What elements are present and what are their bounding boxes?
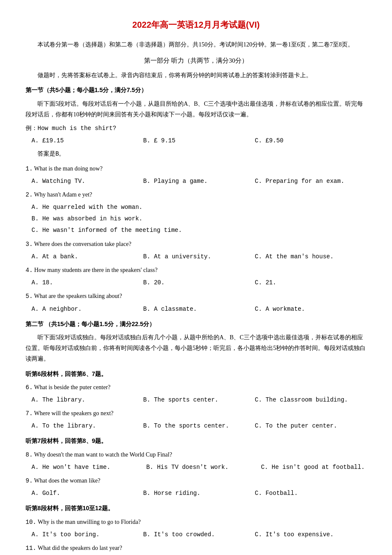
q1-text: 1. What is the man doing now? [26, 163, 366, 174]
question-8: 8. Why doesn't the man want to watch the… [26, 449, 366, 473]
q8-option-a: A. He won't have time. [32, 462, 146, 473]
q2-option-a: A. He quarreled with the woman. [32, 202, 366, 213]
q3-option-b: B. At a university. [143, 251, 255, 262]
q1-number: 1. [26, 165, 33, 172]
q5-option-c: C. A workmate. [255, 304, 366, 315]
q10-number: 10. [26, 519, 36, 526]
q3-content: Where does the conversation take place? [34, 241, 131, 247]
q4-number: 4. [26, 267, 33, 274]
q1-option-b: B. Playing a game. [143, 176, 255, 187]
q8-option-b: B. His TV doesn't work. [146, 462, 261, 473]
section1-title: 第一节（共5小题；每小题1.5分，满分7.5分） [26, 85, 366, 95]
question-4: 4. How many students are there in the sp… [26, 265, 366, 288]
question-2: 2. Why hasn't Adam e yet? A. He quarrele… [26, 189, 366, 236]
example-option-a: A. £19.15 [32, 136, 143, 146]
q3-option-c: C. At the man's house. [255, 251, 366, 262]
q9-option-c: C. Football. [255, 488, 366, 499]
q8-option-c-label: C. He isn't good at football. [261, 462, 365, 473]
question-1: 1. What is the man doing now? A. Watchin… [26, 163, 366, 187]
example-question: 例：How much is the shirt? [26, 123, 366, 134]
seg6-title: 听第6段材料，回答第6、7题。 [26, 369, 366, 379]
question-11: 11. What did the speakers do last year? [26, 543, 366, 554]
q5-options: A. A neighbor. B. A classmate. C. A work… [32, 304, 366, 315]
question-3: 3. Where does the conversation take plac… [26, 239, 366, 262]
q4-option-a: A. 18. [32, 278, 143, 288]
example-answer: 答案是B。 [37, 149, 366, 159]
q9-text: 9. What does the woman like? [26, 475, 366, 486]
example-option-c: C. £9.50 [255, 136, 366, 146]
q6-number: 6. [26, 384, 33, 391]
q2-options: A. He quarreled with the woman. B. He wa… [32, 202, 366, 236]
q1-options: A. Watching TV. B. Playing a game. C. Pr… [32, 176, 366, 187]
q8-number: 8. [26, 451, 33, 458]
part1-title-text: 第一部分 听力（共两节，满分30分） [144, 57, 248, 64]
q7-number: 7. [26, 410, 33, 417]
example-options-row: A. £19.15 B. £ 9.15 C. £9.50 [32, 136, 366, 146]
q9-option-b: B. Horse riding. [143, 488, 255, 499]
q2-number: 2. [26, 191, 33, 198]
q6-option-a: A. The library. [32, 395, 143, 405]
q10-content: Why is the man unwilling to go to Florid… [37, 519, 141, 525]
q1-option-c: C. Preparing for an exam. [255, 176, 366, 187]
question-9: 9. What does the woman like? A. Golf. B.… [26, 475, 366, 499]
q3-text: 3. Where does the conversation take plac… [26, 239, 366, 250]
q4-text: 4. How many students are there in the sp… [26, 265, 366, 276]
q2-text: 2. Why hasn't Adam e yet? [26, 189, 366, 200]
q6-option-c: C. The classroom building. [255, 395, 366, 405]
section2-title: 第二节 （共15小题；每小题1.5分，满分22.5分） [26, 319, 366, 330]
q9-content: What does the woman like? [34, 477, 101, 484]
q8-content: Why doesn't the man want to watch the Wo… [34, 451, 172, 458]
q2-content: Why hasn't Adam e yet? [34, 191, 92, 198]
question-5: 5. What are the speakers talking about? … [26, 291, 366, 314]
part1-notice: 做题时，先将答案标在试卷上。录音内容结束后，你将有两分钟的时间将试卷上的答案转涂… [26, 70, 366, 81]
q1-content: What is the man doing now? [34, 165, 103, 172]
intro-paragraph: 本试卷分第一卷（选择题）和第二卷（非选择题）两部分。共150分。考试时间120分… [26, 39, 366, 50]
question-6: 6. What is beside the puter center? A. T… [26, 382, 366, 405]
q10-option-a: A. It's too boring. [32, 529, 143, 540]
q11-text: 11. What did the speakers do last year? [26, 543, 366, 554]
seg8-title: 听第8段材料，回答第10至12题。 [26, 503, 366, 514]
q6-options: A. The library. B. The sports center. C.… [32, 395, 366, 405]
q9-option-a: A. Golf. [32, 488, 143, 499]
q9-number: 9. [26, 477, 33, 484]
q6-content: What is beside the puter center? [34, 384, 110, 390]
q10-options: A. It's too boring. B. It's too crowded.… [32, 529, 366, 540]
q4-option-b: B. 20. [143, 278, 255, 288]
q8-text: 8. Why doesn't the man want to watch the… [26, 449, 366, 460]
q7-content: Where will the speakers go next? [34, 410, 113, 416]
q5-text: 5. What are the speakers talking about? [26, 291, 366, 302]
seg7-title: 听第7段材料，回答第8、9题。 [26, 436, 366, 446]
q6-option-b: B. The sports center. [143, 395, 255, 405]
question-10: 10. Why is the man unwilling to go to Fl… [26, 517, 366, 540]
q7-option-b: B. To the sports center. [143, 421, 255, 431]
example-option-b: B. £ 9.15 [143, 136, 255, 146]
q5-option-b: B. A classmate. [143, 304, 255, 315]
section1-instruction: 听下面5段对话。每段对话后有一个小题，从题目所给的A、B、C三个选项中选出最佳选… [26, 98, 366, 120]
page-title: 2022年高一英语12月月考试题(VI) [26, 17, 366, 32]
q10-option-b: B. It's too crowded. [143, 529, 255, 540]
q5-option-a: A. A neighbor. [32, 304, 143, 315]
q7-option-a: A. To the library. [32, 421, 143, 431]
q5-content: What are the speakers talking about? [34, 293, 122, 299]
example-block: 例：How much is the shirt? A. £19.15 B. £ … [26, 123, 366, 160]
q4-content: How many students are there in the speak… [34, 267, 157, 273]
q6-text: 6. What is beside the puter center? [26, 382, 366, 393]
q10-text: 10. Why is the man unwilling to go to Fl… [26, 517, 366, 528]
q1-option-a: A. Watching TV. [32, 176, 143, 187]
q8-options: A. He won't have time. B. His TV doesn't… [32, 462, 366, 473]
q3-options: A. At a bank. B. At a university. C. At … [32, 251, 366, 262]
q4-option-c: C. 21. [255, 278, 366, 288]
q10-option-c: C. It's too expensive. [255, 529, 366, 540]
q11-content: What did the speakers do last year? [37, 545, 122, 551]
q5-number: 5. [26, 293, 33, 300]
q11-number: 11. [26, 545, 36, 552]
question-7: 7. Where will the speakers go next? A. T… [26, 408, 366, 431]
q4-options: A. 18. B. 20. C. 21. [32, 278, 366, 288]
q9-options: A. Golf. B. Horse riding. C. Football. [32, 488, 366, 499]
q7-options: A. To the library. B. To the sports cent… [32, 421, 366, 431]
q2-option-c: C. He wasn't informed of the meeting tim… [32, 225, 366, 236]
q3-option-a: A. At a bank. [32, 251, 143, 262]
part1-title: 第一部分 听力（共两节，满分30分） [26, 55, 366, 66]
section2-instruction: 听下面5段对话或独白。每段对话或独白后有几个小题，从题中所给的A、B、C三个选项… [26, 332, 366, 364]
q7-option-c: C. To the puter center. [255, 421, 366, 431]
